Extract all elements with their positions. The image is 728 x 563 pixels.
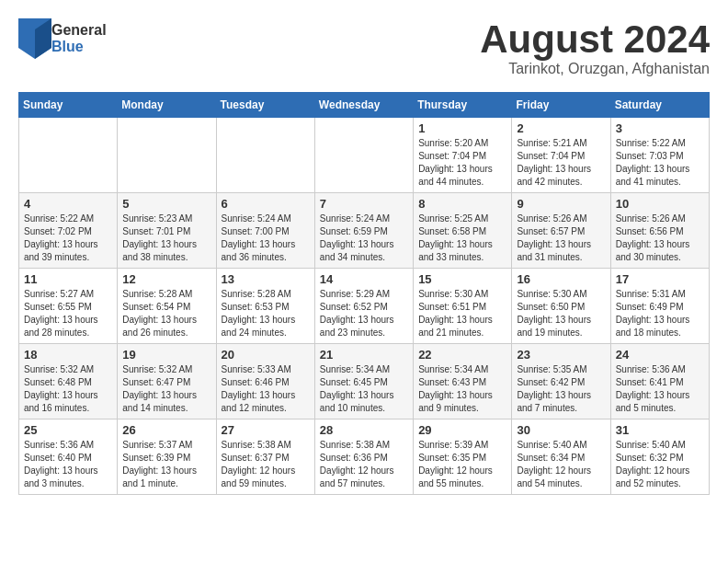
calendar-cell: 25Sunrise: 5:36 AM Sunset: 6:40 PM Dayli… xyxy=(19,419,118,495)
day-number: 4 xyxy=(24,197,112,211)
calendar-cell: 28Sunrise: 5:38 AM Sunset: 6:36 PM Dayli… xyxy=(314,419,413,495)
day-info: Sunrise: 5:24 AM Sunset: 6:59 PM Dayligh… xyxy=(320,213,408,264)
day-info: Sunrise: 5:35 AM Sunset: 6:42 PM Dayligh… xyxy=(517,363,605,415)
day-number: 8 xyxy=(418,197,506,211)
day-number: 11 xyxy=(24,272,112,286)
day-info: Sunrise: 5:33 AM Sunset: 6:46 PM Dayligh… xyxy=(222,363,310,415)
day-info: Sunrise: 5:30 AM Sunset: 6:50 PM Dayligh… xyxy=(517,288,605,339)
day-info: Sunrise: 5:25 AM Sunset: 6:58 PM Dayligh… xyxy=(418,213,506,264)
calendar-cell: 15Sunrise: 5:30 AM Sunset: 6:51 PM Dayli… xyxy=(414,269,512,344)
weekday-row: SundayMondayTuesdayWednesdayThursdayFrid… xyxy=(19,93,710,118)
day-info: Sunrise: 5:39 AM Sunset: 6:35 PM Dayligh… xyxy=(418,439,506,490)
day-info: Sunrise: 5:37 AM Sunset: 6:39 PM Dayligh… xyxy=(122,439,210,490)
calendar-cell: 22Sunrise: 5:34 AM Sunset: 6:43 PM Dayli… xyxy=(414,344,512,419)
calendar-cell: 2Sunrise: 5:21 AM Sunset: 7:04 PM Daylig… xyxy=(512,118,610,193)
calendar-cell: 29Sunrise: 5:39 AM Sunset: 6:35 PM Dayli… xyxy=(414,419,512,495)
calendar-cell: 11Sunrise: 5:27 AM Sunset: 6:55 PM Dayli… xyxy=(19,269,118,344)
calendar-cell: 19Sunrise: 5:32 AM Sunset: 6:47 PM Dayli… xyxy=(118,344,216,419)
day-number: 15 xyxy=(418,272,506,286)
day-info: Sunrise: 5:27 AM Sunset: 6:55 PM Dayligh… xyxy=(24,288,112,339)
day-number: 2 xyxy=(517,121,605,135)
day-info: Sunrise: 5:38 AM Sunset: 6:36 PM Dayligh… xyxy=(320,439,408,490)
weekday-header-sunday: Sunday xyxy=(19,93,118,118)
day-number: 21 xyxy=(320,348,408,362)
day-number: 12 xyxy=(122,272,210,286)
day-info: Sunrise: 5:34 AM Sunset: 6:45 PM Dayligh… xyxy=(320,363,408,415)
logo-text: General Blue xyxy=(51,22,107,55)
day-number: 31 xyxy=(616,423,704,437)
day-number: 22 xyxy=(418,348,506,362)
calendar-location: Tarinkot, Oruzgan, Afghanistan xyxy=(480,61,710,77)
day-number: 10 xyxy=(616,197,704,211)
day-info: Sunrise: 5:38 AM Sunset: 6:37 PM Dayligh… xyxy=(222,439,310,490)
logo-blue: Blue xyxy=(51,39,107,55)
calendar-cell: 8Sunrise: 5:25 AM Sunset: 6:58 PM Daylig… xyxy=(414,193,512,269)
calendar-cell: 17Sunrise: 5:31 AM Sunset: 6:49 PM Dayli… xyxy=(610,269,709,344)
day-number: 9 xyxy=(517,197,605,211)
day-info: Sunrise: 5:22 AM Sunset: 7:02 PM Dayligh… xyxy=(24,213,112,264)
day-number: 13 xyxy=(222,272,310,286)
day-info: Sunrise: 5:22 AM Sunset: 7:03 PM Dayligh… xyxy=(616,137,704,189)
day-number: 29 xyxy=(418,423,506,437)
weekday-header-monday: Monday xyxy=(118,93,216,118)
day-info: Sunrise: 5:29 AM Sunset: 6:52 PM Dayligh… xyxy=(320,288,408,339)
calendar-cell: 7Sunrise: 5:24 AM Sunset: 6:59 PM Daylig… xyxy=(314,193,413,269)
title-block: August 2024 Tarinkot, Oruzgan, Afghanist… xyxy=(480,18,710,77)
day-number: 30 xyxy=(517,423,605,437)
day-number: 28 xyxy=(320,423,408,437)
day-info: Sunrise: 5:20 AM Sunset: 7:04 PM Dayligh… xyxy=(418,137,506,189)
day-number: 18 xyxy=(24,348,112,362)
day-number: 23 xyxy=(517,348,605,362)
calendar-cell xyxy=(19,118,118,193)
day-number: 24 xyxy=(616,348,704,362)
calendar-cell: 9Sunrise: 5:26 AM Sunset: 6:57 PM Daylig… xyxy=(512,193,610,269)
day-number: 17 xyxy=(616,272,704,286)
day-info: Sunrise: 5:40 AM Sunset: 6:32 PM Dayligh… xyxy=(616,439,704,490)
calendar-table: SundayMondayTuesdayWednesdayThursdayFrid… xyxy=(18,92,710,495)
calendar-cell xyxy=(314,118,413,193)
calendar-cell: 26Sunrise: 5:37 AM Sunset: 6:39 PM Dayli… xyxy=(118,419,216,495)
calendar-cell: 16Sunrise: 5:30 AM Sunset: 6:50 PM Dayli… xyxy=(512,269,610,344)
logo-general: General xyxy=(51,22,107,39)
day-info: Sunrise: 5:24 AM Sunset: 7:00 PM Dayligh… xyxy=(222,213,310,264)
calendar-cell xyxy=(216,118,314,193)
day-number: 14 xyxy=(320,272,408,286)
day-number: 1 xyxy=(418,121,506,135)
day-number: 5 xyxy=(122,197,210,211)
day-number: 16 xyxy=(517,272,605,286)
calendar-cell: 14Sunrise: 5:29 AM Sunset: 6:52 PM Dayli… xyxy=(314,269,413,344)
calendar-cell: 30Sunrise: 5:40 AM Sunset: 6:34 PM Dayli… xyxy=(512,419,610,495)
day-info: Sunrise: 5:31 AM Sunset: 6:49 PM Dayligh… xyxy=(616,288,704,339)
day-number: 26 xyxy=(122,423,210,437)
day-number: 7 xyxy=(320,197,408,211)
day-info: Sunrise: 5:21 AM Sunset: 7:04 PM Dayligh… xyxy=(517,137,605,189)
calendar-cell: 23Sunrise: 5:35 AM Sunset: 6:42 PM Dayli… xyxy=(512,344,610,419)
calendar-cell: 1Sunrise: 5:20 AM Sunset: 7:04 PM Daylig… xyxy=(414,118,512,193)
logo: General Blue xyxy=(18,18,107,59)
day-info: Sunrise: 5:26 AM Sunset: 6:56 PM Dayligh… xyxy=(616,213,704,264)
day-info: Sunrise: 5:26 AM Sunset: 6:57 PM Dayligh… xyxy=(517,213,605,264)
calendar-body: 1Sunrise: 5:20 AM Sunset: 7:04 PM Daylig… xyxy=(19,118,710,495)
weekday-header-wednesday: Wednesday xyxy=(314,93,413,118)
calendar-cell: 13Sunrise: 5:28 AM Sunset: 6:53 PM Dayli… xyxy=(216,269,314,344)
page-header: General Blue August 2024 Tarinkot, Oruzg… xyxy=(18,18,710,77)
day-number: 25 xyxy=(24,423,112,437)
weekday-header-saturday: Saturday xyxy=(610,93,709,118)
calendar-cell: 24Sunrise: 5:36 AM Sunset: 6:41 PM Dayli… xyxy=(610,344,709,419)
day-info: Sunrise: 5:36 AM Sunset: 6:40 PM Dayligh… xyxy=(24,439,112,490)
day-number: 27 xyxy=(222,423,310,437)
day-info: Sunrise: 5:28 AM Sunset: 6:53 PM Dayligh… xyxy=(222,288,310,339)
week-row-4: 18Sunrise: 5:32 AM Sunset: 6:48 PM Dayli… xyxy=(19,344,710,419)
calendar-cell: 12Sunrise: 5:28 AM Sunset: 6:54 PM Dayli… xyxy=(118,269,216,344)
day-info: Sunrise: 5:23 AM Sunset: 7:01 PM Dayligh… xyxy=(122,213,210,264)
logo-icon xyxy=(18,18,51,59)
day-info: Sunrise: 5:30 AM Sunset: 6:51 PM Dayligh… xyxy=(418,288,506,339)
calendar-cell: 18Sunrise: 5:32 AM Sunset: 6:48 PM Dayli… xyxy=(19,344,118,419)
day-number: 3 xyxy=(616,121,704,135)
weekday-header-friday: Friday xyxy=(512,93,610,118)
calendar-cell: 3Sunrise: 5:22 AM Sunset: 7:03 PM Daylig… xyxy=(610,118,709,193)
day-info: Sunrise: 5:32 AM Sunset: 6:47 PM Dayligh… xyxy=(122,363,210,415)
week-row-3: 11Sunrise: 5:27 AM Sunset: 6:55 PM Dayli… xyxy=(19,269,710,344)
day-number: 6 xyxy=(222,197,310,211)
calendar-cell: 10Sunrise: 5:26 AM Sunset: 6:56 PM Dayli… xyxy=(610,193,709,269)
